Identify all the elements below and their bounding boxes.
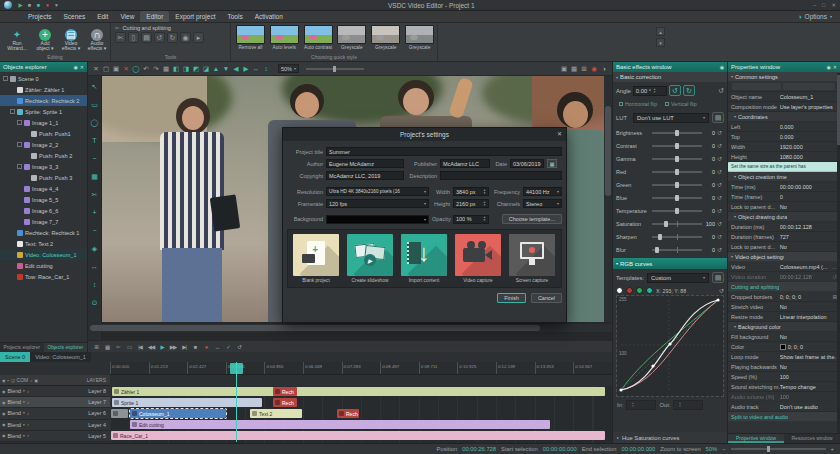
author-input[interactable]: Eugene McAdamz xyxy=(326,159,404,168)
slider-reset-icon[interactable]: ↺ xyxy=(715,129,724,136)
pin-icon[interactable]: ◉ xyxy=(720,64,724,70)
width-spinner[interactable]: 3840 px▲▼ xyxy=(453,187,489,196)
tree-item[interactable]: Tow: Race_Car_1 xyxy=(0,271,87,282)
quick-style-item[interactable]: Greyscale xyxy=(370,25,401,50)
redo-icon[interactable]: ↷ xyxy=(151,64,161,74)
preview-vertical-scrollbar[interactable] xyxy=(604,76,612,322)
cancel-button[interactable]: Cancel xyxy=(531,293,562,303)
rotate-right-button[interactable]: ↻ xyxy=(683,85,695,96)
slider-track[interactable] xyxy=(652,158,702,160)
timeline-clip[interactable]: Rech xyxy=(273,398,297,407)
slider-handle[interactable] xyxy=(675,182,679,188)
menu-item[interactable]: Tools xyxy=(221,11,248,22)
property-row[interactable]: ▾ Object creation time xyxy=(728,172,840,182)
timeline-clip[interactable]: Edit cutting xyxy=(130,420,550,429)
run-project-icon[interactable]: ▶ xyxy=(16,2,25,8)
reset-curve-icon[interactable]: ↺ xyxy=(719,287,724,294)
text-tool-icon[interactable]: T xyxy=(89,132,100,149)
property-row[interactable]: ▾ Common settings xyxy=(728,72,840,82)
ellipse-tool-icon[interactable]: ◯ xyxy=(89,114,100,131)
blend-mode[interactable]: Blend xyxy=(8,399,22,405)
timeline-clip[interactable]: Colosseum_1 xyxy=(130,409,226,418)
template-tile[interactable]: + ▶ ↓ Video capture xyxy=(453,234,503,283)
maximize-button[interactable]: □ xyxy=(822,2,825,8)
chart-tool-icon[interactable]: ◈ xyxy=(89,240,100,257)
scroll-down-button[interactable]: ▾ xyxy=(656,38,665,47)
apply-icon[interactable]: ✓ xyxy=(223,342,233,352)
zoom-slider[interactable] xyxy=(731,448,826,450)
quick-style-item[interactable]: Remove all xyxy=(235,25,266,50)
timeline-clip[interactable] xyxy=(111,409,128,418)
project-title-input[interactable]: Summer xyxy=(326,147,562,156)
tree-item[interactable]: Image 4_4 xyxy=(0,183,87,194)
rotate-cw-icon[interactable]: ▶ xyxy=(241,64,251,74)
slider-handle[interactable] xyxy=(664,221,668,227)
panel-tab[interactable]: Properties window xyxy=(728,434,784,443)
timeline-clip[interactable]: Rech xyxy=(337,409,359,418)
scene-tool-icon[interactable]: ▤ xyxy=(141,32,152,43)
undo-icon[interactable]: ↶ xyxy=(141,64,151,74)
eye-icon[interactable]: ◉ xyxy=(2,400,6,405)
explorer-tab[interactable]: Projects explorer xyxy=(0,343,44,352)
red-channel-button[interactable] xyxy=(626,287,633,294)
property-row[interactable]: ▾ xyxy=(728,82,840,92)
rotate-left-button[interactable]: ↺ xyxy=(669,85,681,96)
scroll-up-button[interactable]: ▴ xyxy=(656,27,665,36)
sound-icon[interactable]: ♪ xyxy=(27,389,29,394)
template-tile[interactable]: + ▶ ↓ Blank project xyxy=(291,234,341,283)
lut-select[interactable]: Don't use LUT xyxy=(633,113,709,123)
template-save-button[interactable]: ▤ xyxy=(712,272,724,283)
slider-handle[interactable] xyxy=(675,156,679,162)
property-row[interactable]: ▾ Lock to parent d... No xyxy=(728,202,840,212)
property-row[interactable]: ▾ Video duration 00:00:12.128 ↺ xyxy=(728,272,840,282)
rgb-curves-section[interactable]: RGB curves xyxy=(613,258,727,269)
property-row[interactable]: ▾ Video Colosseum.mp4 (... … xyxy=(728,262,840,272)
tree-item[interactable]: Image 5_5 xyxy=(0,194,87,205)
hue-saturation-section[interactable]: Hue Saturation curves xyxy=(613,432,727,443)
tree-expander[interactable]: - xyxy=(17,164,22,169)
property-row[interactable]: ▾ Color 0; 0; 0 xyxy=(728,342,840,352)
preview-tool-icon[interactable]: ▸ xyxy=(193,32,204,43)
tree-item[interactable]: Zähler: Zähler 1 xyxy=(0,84,87,95)
zoom-to-screen-label[interactable]: Zoom to screen xyxy=(660,446,700,452)
bring-forward-icon[interactable]: ▲ xyxy=(211,64,221,74)
layer-row-controls[interactable]: ◉ Blend ▾ ♪ Layer 7 xyxy=(0,397,110,408)
close-icon[interactable]: ✕ xyxy=(80,64,84,70)
layer-row-controls[interactable]: ◉ Blend ▾ ♪ Layer 5 xyxy=(0,431,110,442)
audio-effects-button[interactable]: ∩ Audio effects ▾ xyxy=(84,27,110,52)
slider-reset-icon[interactable]: ↺ xyxy=(715,181,724,188)
menu-item[interactable]: Scenes xyxy=(57,11,91,22)
property-row[interactable]: ▾ Stretch video No xyxy=(728,302,840,312)
property-row[interactable]: ▾ Lock to parent d... No xyxy=(728,242,840,252)
sound-icon[interactable]: ♪ xyxy=(27,400,29,405)
property-row[interactable]: ▾ Audio volume (%) 100 xyxy=(728,392,840,402)
flip-vertical-icon[interactable]: ↕ xyxy=(261,64,271,74)
slider-handle[interactable] xyxy=(655,247,659,253)
property-row[interactable]: ▾ Duration (ms) 00:00:12.128 xyxy=(728,222,840,232)
zoom-in-button[interactable]: + xyxy=(831,446,834,452)
template-tile[interactable]: + ▶ ↓ Screen capture xyxy=(507,234,557,283)
menu-item[interactable]: Edit xyxy=(91,11,114,22)
minimize-button[interactable]: – xyxy=(813,2,816,8)
publisher-input[interactable]: McAdamz LLC xyxy=(440,159,490,168)
slider-handle[interactable] xyxy=(675,169,679,175)
menu-item[interactable]: Editor xyxy=(140,11,169,22)
selection-icon[interactable]: ▢ xyxy=(101,64,111,74)
height-spinner[interactable]: 2160 px▲▼ xyxy=(453,199,489,208)
property-row[interactable]: ▾ Width 1920.000 xyxy=(728,142,840,152)
quick-style-item[interactable]: Auto levels xyxy=(269,25,300,50)
tree-item[interactable]: Video: Colosseum_1 xyxy=(0,249,87,260)
tree-item[interactable]: Edit cutting xyxy=(0,260,87,271)
rewind-icon[interactable]: ◀◀ xyxy=(146,342,156,352)
fill-icon[interactable]: ▣ xyxy=(111,64,121,74)
description-input[interactable] xyxy=(440,171,562,180)
slider-track[interactable] xyxy=(652,145,702,147)
align-left-icon[interactable]: ◧ xyxy=(171,64,181,74)
lut-browse-button[interactable]: ▤ xyxy=(712,112,724,123)
zoom-out-tool-icon[interactable]: − xyxy=(89,222,100,239)
property-row[interactable]: ▾ Top 0.000 xyxy=(728,132,840,142)
property-row[interactable]: ▾ Video object settings xyxy=(728,252,840,262)
tree-item[interactable]: Text: Text 2 xyxy=(0,238,87,249)
safe-zones-icon[interactable]: ▦ xyxy=(569,64,579,74)
quick-style-item[interactable]: Greyscale xyxy=(336,25,367,50)
